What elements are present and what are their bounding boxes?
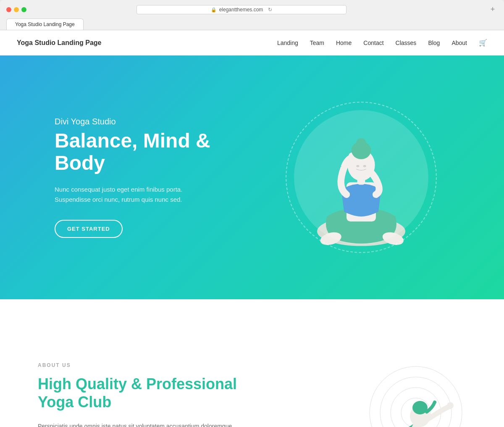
about-illustration [332,362,466,427]
about-description: Perspiciatis unde omnis iste natus sit v… [38,421,248,427]
close-button[interactable] [6,7,11,12]
get-started-button[interactable]: GET STARTED [55,220,123,238]
browser-chrome: 🔒 elegantthemes.com ↻ + Yoga Studio Land… [0,0,504,30]
hero-title: Balance, Mind & Body [55,130,248,174]
site-logo: Yoga Studio Landing Page [17,39,101,47]
about-title: High Quality & ProfessionalYoga Club [38,375,248,411]
nav-item-blog[interactable]: Blog [428,40,440,46]
nav-item-contact[interactable]: Contact [363,40,383,46]
nav-item-landing[interactable]: Landing [277,40,298,46]
nav-item-about[interactable]: About [452,40,467,46]
hero-description: Nunc consequat justo eget enim finibus p… [55,185,248,205]
traffic-lights [6,7,26,12]
hero-subtitle: Divi Yoga Studio [55,117,248,127]
new-tab-button[interactable]: + [488,4,498,14]
url-text: elegantthemes.com [219,7,263,13]
minimize-button[interactable] [14,7,19,12]
browser-tab-bar: Yoga Studio Landing Page [6,18,498,30]
svg-point-18 [447,402,454,409]
address-bar[interactable]: 🔒 elegantthemes.com ↻ [136,5,346,14]
nav-item-classes[interactable]: Classes [396,40,417,46]
website-content: Yoga Studio Landing Page Landing Team Ho… [0,30,504,427]
site-nav: Landing Team Home Contact Classes Blog A… [277,39,487,47]
maximize-button[interactable] [21,7,26,12]
browser-controls: 🔒 elegantthemes.com ↻ + [6,4,498,15]
hero-content: Divi Yoga Studio Balance, Mind & Body Nu… [21,89,483,266]
hero-section: Divi Yoga Studio Balance, Mind & Body Nu… [0,55,504,299]
lock-icon: 🔒 [211,7,217,13]
nav-item-home[interactable]: Home [336,40,352,46]
cart-icon[interactable]: 🛒 [479,39,487,47]
refresh-icon[interactable]: ↻ [268,7,272,13]
hero-circle-dashed [286,102,437,253]
hero-illustration [273,89,449,266]
site-header: Yoga Studio Landing Page Landing Team Ho… [0,30,504,55]
about-section: ABOUT US High Quality & ProfessionalYoga… [0,299,504,427]
hero-text: Divi Yoga Studio Balance, Mind & Body Nu… [55,117,248,238]
about-content: ABOUT US High Quality & ProfessionalYoga… [21,329,483,427]
about-label: ABOUT US [38,362,248,368]
browser-tab[interactable]: Yoga Studio Landing Page [6,18,84,30]
about-text: ABOUT US High Quality & ProfessionalYoga… [38,362,248,427]
nav-item-team[interactable]: Team [310,40,324,46]
about-figure-svg [332,362,466,427]
